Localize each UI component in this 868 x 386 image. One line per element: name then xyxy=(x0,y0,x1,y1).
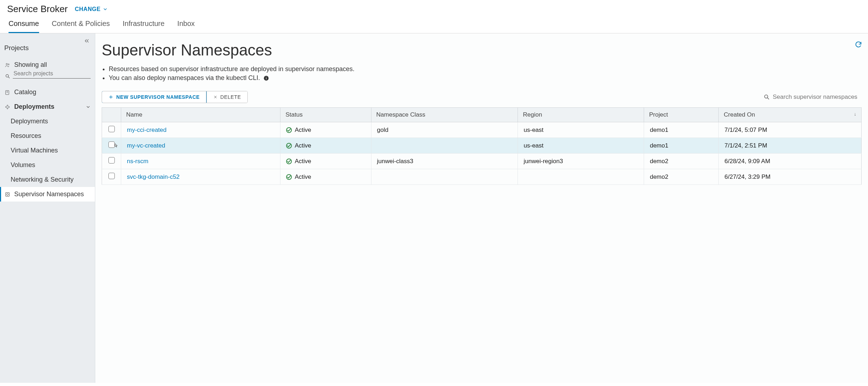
svg-point-5 xyxy=(6,193,8,195)
table-row: ns-rscm Active junwei-class3 junwei-regi… xyxy=(102,154,862,169)
deployments-icon xyxy=(4,104,11,110)
sidebar-item-deployments[interactable]: Deployments xyxy=(0,114,95,129)
row-project: demo1 xyxy=(644,138,719,154)
collapse-sidebar-button[interactable] xyxy=(84,38,90,45)
page-desc-line2: You can also deploy namespaces via the k… xyxy=(109,74,862,82)
row-class: gold xyxy=(371,122,518,138)
search-projects-wrapper xyxy=(13,69,91,79)
status-ok-icon xyxy=(286,159,292,164)
row-class: junwei-class3 xyxy=(371,154,518,169)
col-region[interactable]: Region xyxy=(518,108,644,122)
chevron-down-icon xyxy=(86,104,91,109)
row-checkbox[interactable] xyxy=(108,126,115,132)
row-created: 7/1/24, 2:51 PM xyxy=(719,138,862,154)
app-title: Service Broker xyxy=(7,4,68,15)
sidebar-item-networking[interactable]: Networking & Security xyxy=(0,172,95,187)
change-app-link[interactable]: CHANGE xyxy=(75,6,108,12)
search-projects-input[interactable] xyxy=(13,69,91,79)
plus-icon xyxy=(108,95,113,100)
chevron-down-icon xyxy=(103,7,108,12)
change-app-label: CHANGE xyxy=(75,6,101,12)
row-project: demo2 xyxy=(644,169,719,185)
col-name[interactable]: Name xyxy=(121,108,280,122)
row-checkbox[interactable] xyxy=(108,173,115,179)
table-toolbar: NEW SUPERVISOR NAMESPACE DELETE xyxy=(102,91,862,103)
table-header-row: Name Status Namespace Class Region Proje… xyxy=(102,108,862,122)
sidebar-item-supervisor-namespaces[interactable]: Supervisor Namespaces xyxy=(0,187,95,202)
row-status: Active xyxy=(295,142,311,149)
row-name-link[interactable]: my-cci-created xyxy=(127,127,166,133)
svg-point-9 xyxy=(765,95,768,98)
row-name-link[interactable]: svc-tkg-domain-c52 xyxy=(127,173,180,180)
chevron-double-left-icon xyxy=(84,38,90,44)
catalog-icon xyxy=(4,90,11,95)
status-ok-icon xyxy=(286,143,292,149)
status-ok-icon xyxy=(286,127,292,133)
row-name-link[interactable]: my-vc-created xyxy=(127,142,165,149)
sidebar-item-supervisor-namespaces-label: Supervisor Namespaces xyxy=(14,191,84,198)
page-description: Resources based on supervisor infrastruc… xyxy=(109,65,862,82)
row-checkbox[interactable] xyxy=(108,141,115,148)
refresh-button[interactable] xyxy=(854,41,862,49)
col-status[interactable]: Status xyxy=(280,108,371,122)
col-created[interactable]: Created On ↓ xyxy=(719,108,862,122)
row-project: demo1 xyxy=(644,122,719,138)
row-status: Active xyxy=(295,127,311,134)
tab-consume[interactable]: Consume xyxy=(9,20,39,33)
svg-rect-7 xyxy=(266,78,266,80)
info-icon[interactable] xyxy=(263,75,269,81)
sidebar-item-volumes[interactable]: Volumes xyxy=(0,158,95,172)
sidebar-item-virtual-machines[interactable]: Virtual Machines xyxy=(0,143,95,158)
table-search xyxy=(763,93,862,101)
svg-rect-4 xyxy=(6,192,10,196)
main-tabs: Consume Content & Policies Infrastructur… xyxy=(0,15,868,33)
sidebar-item-deployments-group-label: Deployments xyxy=(14,103,54,111)
sidebar-item-resources[interactable]: Resources xyxy=(0,129,95,143)
row-class xyxy=(371,169,518,185)
row-status: Active xyxy=(295,173,311,181)
svg-rect-8 xyxy=(266,77,266,77)
delete-button[interactable]: DELETE xyxy=(207,91,247,103)
tab-infra[interactable]: Infrastructure xyxy=(123,20,165,33)
row-created: 7/1/24, 5:07 PM xyxy=(719,122,862,138)
sidebar-item-catalog[interactable]: Catalog xyxy=(0,85,95,100)
tab-inbox[interactable]: Inbox xyxy=(177,20,195,33)
svg-point-0 xyxy=(6,63,7,65)
sidebar-item-catalog-label: Catalog xyxy=(14,89,36,96)
refresh-icon xyxy=(854,41,862,48)
table-search-input[interactable] xyxy=(773,93,862,101)
row-created: 6/28/24, 9:09 AM xyxy=(719,154,862,169)
row-name-link[interactable]: ns-rscm xyxy=(127,158,148,165)
table-row: my-cci-created Active gold us-east demo1… xyxy=(102,122,862,138)
row-region: us-east xyxy=(518,122,644,138)
namespaces-table: Name Status Namespace Class Region Proje… xyxy=(102,107,862,185)
app-header: Service Broker CHANGE xyxy=(0,0,868,15)
row-checkbox[interactable] xyxy=(108,157,115,163)
main-content: Supervisor Namespaces Resources based on… xyxy=(95,33,868,383)
col-project[interactable]: Project xyxy=(644,108,719,122)
search-icon xyxy=(4,74,11,79)
row-status: Active xyxy=(295,158,311,165)
status-ok-icon xyxy=(286,174,292,180)
projects-heading: Projects xyxy=(0,36,95,58)
svg-point-1 xyxy=(8,64,9,65)
row-class xyxy=(371,138,518,154)
row-project: demo2 xyxy=(644,154,719,169)
delete-button-label: DELETE xyxy=(220,94,241,100)
row-region: us-east xyxy=(518,138,644,154)
action-button-group: NEW SUPERVISOR NAMESPACE DELETE xyxy=(102,91,248,103)
table-row: my-vc-created Active us-east demo1 7/1/2… xyxy=(102,138,862,154)
tab-content[interactable]: Content & Policies xyxy=(52,20,110,33)
close-icon xyxy=(213,95,218,99)
col-class[interactable]: Namespace Class xyxy=(371,108,518,122)
table-row: svc-tkg-domain-c52 Active demo2 6/27/24,… xyxy=(102,169,862,185)
svg-point-2 xyxy=(6,75,9,77)
new-supervisor-namespace-button[interactable]: NEW SUPERVISOR NAMESPACE xyxy=(102,91,207,103)
sidebar-item-deployments-group[interactable]: Deployments xyxy=(0,100,95,114)
namespace-icon xyxy=(4,192,11,197)
sidebar: Projects Showing all Catalog xyxy=(0,33,95,383)
row-region xyxy=(518,169,644,185)
page-title: Supervisor Namespaces xyxy=(102,41,862,59)
new-button-label: NEW SUPERVISOR NAMESPACE xyxy=(116,94,200,100)
page-desc-line1: Resources based on supervisor infrastruc… xyxy=(109,65,862,73)
